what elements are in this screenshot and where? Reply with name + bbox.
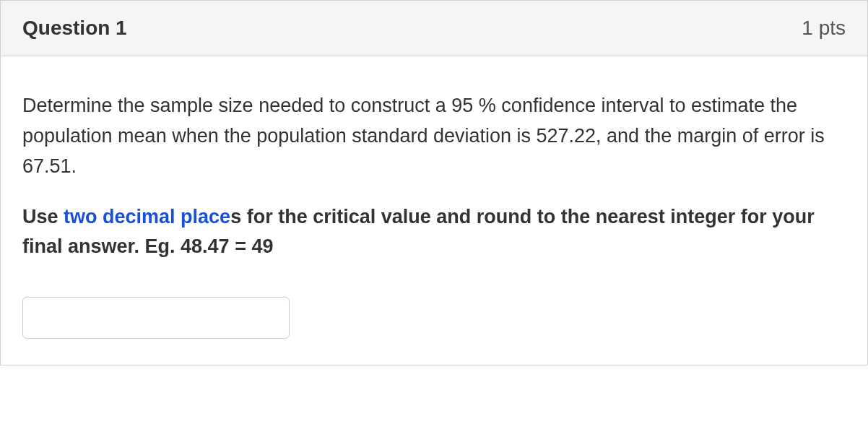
answer-input[interactable] bbox=[22, 297, 290, 339]
question-points: 1 pts bbox=[802, 17, 846, 40]
question-container: Question 1 1 pts Determine the sample si… bbox=[0, 0, 868, 365]
question-body: Determine the sample size needed to cons… bbox=[1, 56, 867, 365]
instruction-prefix: Use bbox=[22, 206, 64, 228]
instruction-highlight: two decimal place bbox=[64, 206, 230, 228]
question-title: Question 1 bbox=[22, 17, 127, 40]
question-instruction: Use two decimal places for the critical … bbox=[22, 202, 846, 263]
question-header: Question 1 1 pts bbox=[1, 1, 867, 56]
question-problem-text: Determine the sample size needed to cons… bbox=[22, 91, 846, 182]
